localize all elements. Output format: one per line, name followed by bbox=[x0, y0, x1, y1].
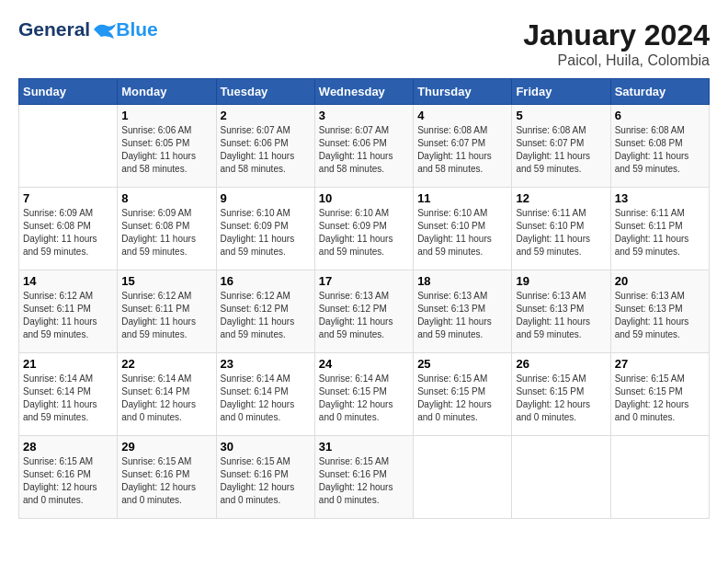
calendar-cell: 23Sunrise: 6:14 AMSunset: 6:14 PMDayligh… bbox=[216, 353, 314, 436]
logo-bird-icon bbox=[92, 20, 118, 40]
day-number: 10 bbox=[319, 191, 409, 205]
day-info: Sunrise: 6:08 AMSunset: 6:07 PMDaylight:… bbox=[516, 124, 606, 176]
day-info: Sunrise: 6:13 AMSunset: 6:13 PMDaylight:… bbox=[516, 290, 606, 341]
calendar-cell: 15Sunrise: 6:12 AMSunset: 6:11 PMDayligh… bbox=[118, 270, 216, 353]
logo-blue: Blue bbox=[116, 18, 158, 40]
calendar-cell: 4Sunrise: 6:08 AMSunset: 6:07 PMDaylight… bbox=[414, 105, 512, 188]
calendar-header-row: SundayMondayTuesdayWednesdayThursdayFrid… bbox=[19, 79, 710, 105]
calendar-week-row: 14Sunrise: 6:12 AMSunset: 6:11 PMDayligh… bbox=[19, 270, 710, 353]
calendar-header-tuesday: Tuesday bbox=[216, 79, 314, 105]
day-info: Sunrise: 6:15 AMSunset: 6:16 PMDaylight:… bbox=[23, 455, 113, 507]
calendar-cell: 27Sunrise: 6:15 AMSunset: 6:15 PMDayligh… bbox=[610, 353, 709, 436]
calendar-week-row: 28Sunrise: 6:15 AMSunset: 6:16 PMDayligh… bbox=[19, 436, 710, 519]
day-info: Sunrise: 6:13 AMSunset: 6:13 PMDaylight:… bbox=[615, 290, 705, 341]
day-number: 5 bbox=[516, 109, 606, 122]
calendar-cell bbox=[414, 436, 512, 519]
title-block: January 2024 Paicol, Huila, Colombia bbox=[523, 18, 710, 69]
calendar-cell bbox=[19, 105, 118, 188]
calendar-week-row: 7Sunrise: 6:09 AMSunset: 6:08 PMDaylight… bbox=[19, 188, 710, 270]
calendar-cell: 25Sunrise: 6:15 AMSunset: 6:15 PMDayligh… bbox=[414, 353, 512, 436]
day-number: 22 bbox=[121, 357, 211, 371]
calendar-cell: 19Sunrise: 6:13 AMSunset: 6:13 PMDayligh… bbox=[512, 270, 610, 353]
day-number: 8 bbox=[121, 191, 211, 205]
day-info: Sunrise: 6:09 AMSunset: 6:08 PMDaylight:… bbox=[23, 207, 113, 259]
calendar-cell: 3Sunrise: 6:07 AMSunset: 6:06 PMDaylight… bbox=[314, 105, 413, 188]
day-number: 6 bbox=[615, 109, 705, 122]
calendar-week-row: 21Sunrise: 6:14 AMSunset: 6:14 PMDayligh… bbox=[19, 353, 710, 436]
day-number: 18 bbox=[417, 274, 507, 288]
calendar-cell: 2Sunrise: 6:07 AMSunset: 6:06 PMDaylight… bbox=[216, 105, 314, 188]
day-info: Sunrise: 6:10 AMSunset: 6:09 PMDaylight:… bbox=[221, 207, 311, 259]
calendar-cell: 29Sunrise: 6:15 AMSunset: 6:16 PMDayligh… bbox=[118, 436, 216, 519]
day-number: 13 bbox=[615, 191, 705, 205]
calendar-cell: 20Sunrise: 6:13 AMSunset: 6:13 PMDayligh… bbox=[610, 270, 709, 353]
day-info: Sunrise: 6:08 AMSunset: 6:07 PMDaylight:… bbox=[417, 124, 507, 176]
day-number: 21 bbox=[23, 357, 113, 371]
day-number: 23 bbox=[221, 357, 311, 371]
calendar-table: SundayMondayTuesdayWednesdayThursdayFrid… bbox=[18, 78, 710, 519]
day-info: Sunrise: 6:15 AMSunset: 6:16 PMDaylight:… bbox=[319, 455, 409, 507]
calendar-header-wednesday: Wednesday bbox=[314, 79, 413, 105]
day-info: Sunrise: 6:10 AMSunset: 6:10 PMDaylight:… bbox=[417, 207, 507, 259]
day-number: 11 bbox=[417, 191, 507, 205]
day-info: Sunrise: 6:07 AMSunset: 6:06 PMDaylight:… bbox=[221, 124, 311, 176]
calendar-header-friday: Friday bbox=[512, 79, 610, 105]
calendar-cell: 12Sunrise: 6:11 AMSunset: 6:10 PMDayligh… bbox=[512, 188, 610, 270]
day-number: 2 bbox=[221, 109, 311, 122]
calendar-cell: 22Sunrise: 6:14 AMSunset: 6:14 PMDayligh… bbox=[118, 353, 216, 436]
day-info: Sunrise: 6:15 AMSunset: 6:15 PMDaylight:… bbox=[516, 373, 606, 424]
calendar-header-thursday: Thursday bbox=[414, 79, 512, 105]
calendar-cell: 9Sunrise: 6:10 AMSunset: 6:09 PMDaylight… bbox=[216, 188, 314, 270]
calendar-cell bbox=[512, 436, 610, 519]
day-number: 4 bbox=[417, 109, 507, 122]
calendar-cell: 24Sunrise: 6:14 AMSunset: 6:15 PMDayligh… bbox=[314, 353, 413, 436]
day-info: Sunrise: 6:12 AMSunset: 6:12 PMDaylight:… bbox=[221, 290, 311, 341]
calendar-week-row: 1Sunrise: 6:06 AMSunset: 6:05 PMDaylight… bbox=[19, 105, 710, 188]
day-info: Sunrise: 6:07 AMSunset: 6:06 PMDaylight:… bbox=[319, 124, 409, 176]
calendar-cell: 16Sunrise: 6:12 AMSunset: 6:12 PMDayligh… bbox=[216, 270, 314, 353]
day-info: Sunrise: 6:14 AMSunset: 6:14 PMDaylight:… bbox=[121, 373, 211, 424]
calendar-cell: 11Sunrise: 6:10 AMSunset: 6:10 PMDayligh… bbox=[414, 188, 512, 270]
day-info: Sunrise: 6:14 AMSunset: 6:15 PMDaylight:… bbox=[319, 373, 409, 424]
day-info: Sunrise: 6:08 AMSunset: 6:08 PMDaylight:… bbox=[615, 124, 705, 176]
day-number: 20 bbox=[615, 274, 705, 288]
day-number: 24 bbox=[319, 357, 409, 371]
day-info: Sunrise: 6:12 AMSunset: 6:11 PMDaylight:… bbox=[23, 290, 113, 341]
day-number: 9 bbox=[221, 191, 311, 205]
day-number: 19 bbox=[516, 274, 606, 288]
calendar-cell: 6Sunrise: 6:08 AMSunset: 6:08 PMDaylight… bbox=[610, 105, 709, 188]
calendar-cell: 10Sunrise: 6:10 AMSunset: 6:09 PMDayligh… bbox=[314, 188, 413, 270]
calendar-cell: 13Sunrise: 6:11 AMSunset: 6:11 PMDayligh… bbox=[610, 188, 709, 270]
day-info: Sunrise: 6:15 AMSunset: 6:16 PMDaylight:… bbox=[121, 455, 211, 507]
calendar-cell: 1Sunrise: 6:06 AMSunset: 6:05 PMDaylight… bbox=[118, 105, 216, 188]
calendar-cell: 26Sunrise: 6:15 AMSunset: 6:15 PMDayligh… bbox=[512, 353, 610, 436]
day-number: 25 bbox=[417, 357, 507, 371]
day-info: Sunrise: 6:15 AMSunset: 6:16 PMDaylight:… bbox=[221, 455, 311, 507]
day-number: 12 bbox=[516, 191, 606, 205]
calendar-cell: 7Sunrise: 6:09 AMSunset: 6:08 PMDaylight… bbox=[19, 188, 118, 270]
logo-text: General bbox=[18, 18, 118, 40]
day-number: 7 bbox=[23, 191, 113, 205]
day-number: 3 bbox=[319, 109, 409, 122]
calendar-header-saturday: Saturday bbox=[610, 79, 709, 105]
day-number: 28 bbox=[23, 440, 113, 454]
day-info: Sunrise: 6:09 AMSunset: 6:08 PMDaylight:… bbox=[121, 207, 211, 259]
day-info: Sunrise: 6:15 AMSunset: 6:15 PMDaylight:… bbox=[615, 373, 705, 424]
day-number: 15 bbox=[121, 274, 211, 288]
day-info: Sunrise: 6:06 AMSunset: 6:05 PMDaylight:… bbox=[121, 124, 211, 176]
calendar-cell: 28Sunrise: 6:15 AMSunset: 6:16 PMDayligh… bbox=[19, 436, 118, 519]
page-subtitle: Paicol, Huila, Colombia bbox=[523, 52, 710, 69]
calendar-cell: 21Sunrise: 6:14 AMSunset: 6:14 PMDayligh… bbox=[19, 353, 118, 436]
page-header: General Blue January 2024 Paicol, Huila,… bbox=[18, 18, 710, 69]
calendar-cell: 14Sunrise: 6:12 AMSunset: 6:11 PMDayligh… bbox=[19, 270, 118, 353]
day-number: 29 bbox=[121, 440, 211, 454]
day-info: Sunrise: 6:12 AMSunset: 6:11 PMDaylight:… bbox=[121, 290, 211, 341]
day-number: 30 bbox=[221, 440, 311, 454]
day-info: Sunrise: 6:13 AMSunset: 6:13 PMDaylight:… bbox=[417, 290, 507, 341]
day-number: 31 bbox=[319, 440, 409, 454]
day-info: Sunrise: 6:10 AMSunset: 6:09 PMDaylight:… bbox=[319, 207, 409, 259]
day-info: Sunrise: 6:11 AMSunset: 6:10 PMDaylight:… bbox=[516, 207, 606, 259]
day-number: 14 bbox=[23, 274, 113, 288]
day-number: 1 bbox=[121, 109, 211, 122]
day-number: 27 bbox=[615, 357, 705, 371]
